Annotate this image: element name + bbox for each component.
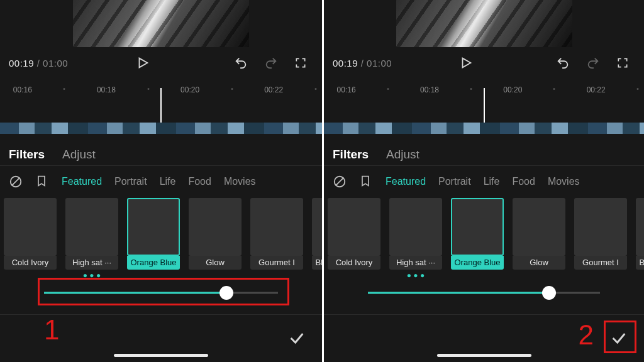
filter-thumb bbox=[574, 198, 627, 256]
filter-thumb bbox=[636, 198, 644, 256]
ruler-dot bbox=[147, 88, 149, 90]
play-button[interactable] bbox=[459, 56, 478, 70]
home-indicator bbox=[114, 354, 208, 357]
bookmark-icon[interactable] bbox=[35, 175, 49, 189]
filter-label: Gourmet I bbox=[574, 256, 627, 270]
video-preview[interactable] bbox=[396, 0, 572, 47]
edit-tabs: Filters Adjust bbox=[324, 141, 644, 166]
filter-next[interactable]: Bla bbox=[312, 198, 322, 276]
filter-cold-ivory[interactable]: Cold Ivory bbox=[328, 198, 380, 276]
tutorial-highlight-slider bbox=[38, 278, 289, 305]
duration: 01:00 bbox=[43, 58, 68, 69]
filter-thumb bbox=[328, 198, 380, 256]
svg-line-3 bbox=[336, 178, 344, 186]
filter-categories: Featured Portrait Life Food Movies bbox=[324, 171, 644, 192]
cat-movies[interactable]: Movies bbox=[224, 176, 256, 187]
filter-label: Orange Blue bbox=[127, 256, 180, 270]
intensity-slider[interactable] bbox=[368, 284, 600, 302]
filter-label: Bla bbox=[636, 256, 644, 270]
ruler-dot bbox=[553, 88, 555, 90]
filter-thumb bbox=[250, 198, 303, 256]
confirm-button[interactable] bbox=[288, 329, 307, 348]
timeline-playhead[interactable] bbox=[160, 88, 162, 126]
undo-button[interactable] bbox=[556, 56, 575, 70]
filter-tiles: Cold Ivory High sat ···● ● ● Orange Blue… bbox=[324, 198, 644, 276]
filter-glow[interactable]: Glow bbox=[513, 198, 565, 276]
ruler-dot bbox=[231, 88, 233, 90]
play-button[interactable] bbox=[136, 56, 155, 70]
filter-thumb bbox=[451, 198, 504, 256]
ruler-dot bbox=[314, 88, 316, 90]
filter-thumb bbox=[127, 198, 180, 256]
none-icon[interactable] bbox=[333, 175, 347, 189]
ruler-dot bbox=[64, 88, 65, 90]
none-icon[interactable] bbox=[9, 175, 23, 189]
tutorial-highlight-confirm bbox=[604, 321, 636, 353]
filter-label: Gourmet I bbox=[250, 256, 303, 270]
tab-filters[interactable]: Filters bbox=[333, 148, 369, 162]
cat-portrait[interactable]: Portrait bbox=[438, 176, 471, 187]
filter-thumb bbox=[312, 198, 322, 256]
edit-tabs: Filters Adjust bbox=[0, 141, 322, 166]
filter-glow[interactable]: Glow bbox=[189, 198, 242, 276]
filter-label: Cold Ivory bbox=[4, 256, 57, 270]
cat-featured[interactable]: Featured bbox=[386, 176, 426, 187]
filter-thumb bbox=[65, 198, 118, 256]
filter-thumb bbox=[4, 198, 57, 256]
slider-knob[interactable] bbox=[542, 286, 556, 300]
filter-next[interactable]: Bla bbox=[636, 198, 644, 276]
tab-adjust[interactable]: Adjust bbox=[62, 148, 96, 162]
filter-tiles: Cold Ivory High sat ···● ● ● Orange Blue… bbox=[0, 198, 322, 276]
undo-button[interactable] bbox=[234, 56, 253, 70]
current-time: 00:19 bbox=[333, 58, 358, 69]
filter-categories: Featured Portrait Life Food Movies bbox=[0, 171, 322, 192]
fullscreen-button[interactable] bbox=[294, 57, 313, 69]
filter-label: Glow bbox=[189, 256, 242, 270]
tutorial-step-number: 2 bbox=[579, 319, 594, 351]
fullscreen-button[interactable] bbox=[616, 57, 635, 69]
redo-button bbox=[264, 56, 283, 70]
cat-portrait[interactable]: Portrait bbox=[114, 176, 147, 187]
timeline-clip[interactable] bbox=[324, 123, 644, 134]
filter-high-sat[interactable]: High sat ···● ● ● bbox=[389, 198, 442, 276]
transport-bar: 00:19 / 01:00 bbox=[0, 53, 322, 72]
ruler-dot bbox=[387, 88, 389, 90]
filter-cold-ivory[interactable]: Cold Ivory bbox=[4, 198, 57, 276]
ruler-dot bbox=[470, 88, 472, 90]
cat-life[interactable]: Life bbox=[484, 176, 500, 187]
filter-orange-blue[interactable]: Orange Blue bbox=[127, 198, 180, 276]
time-sep: / bbox=[358, 58, 367, 69]
cat-food[interactable]: Food bbox=[512, 176, 535, 187]
filter-label: Orange Blue bbox=[451, 256, 504, 270]
filter-thumb bbox=[389, 198, 442, 256]
filter-gourmet[interactable]: Gourmet I bbox=[250, 198, 303, 276]
bookmark-icon[interactable] bbox=[359, 175, 373, 189]
tab-filters[interactable]: Filters bbox=[9, 148, 45, 162]
current-time: 00:19 bbox=[9, 58, 34, 69]
tab-adjust[interactable]: Adjust bbox=[386, 148, 419, 162]
download-dots-icon: ● ● ● bbox=[389, 271, 442, 276]
cat-movies[interactable]: Movies bbox=[548, 176, 580, 187]
ruler-tick: 00:16 bbox=[13, 85, 32, 94]
cat-life[interactable]: Life bbox=[160, 176, 176, 187]
timeline-playhead[interactable] bbox=[484, 88, 485, 126]
ruler-tick: 00:22 bbox=[264, 85, 283, 94]
slider-fill bbox=[368, 292, 549, 294]
redo-button bbox=[586, 56, 605, 70]
filter-orange-blue[interactable]: Orange Blue bbox=[451, 198, 504, 276]
ruler-dot bbox=[636, 88, 638, 90]
filter-label: High sat ··· bbox=[65, 256, 118, 270]
cat-featured[interactable]: Featured bbox=[62, 176, 102, 187]
timecode: 00:19 / 01:00 bbox=[333, 58, 392, 69]
filter-gourmet[interactable]: Gourmet I bbox=[574, 198, 627, 276]
video-preview[interactable] bbox=[73, 0, 249, 47]
cat-food[interactable]: Food bbox=[188, 176, 211, 187]
tutorial-step-number: 1 bbox=[44, 314, 59, 346]
filter-label: Glow bbox=[513, 256, 565, 270]
ruler-tick: 00:18 bbox=[420, 85, 439, 94]
filter-label: Bla bbox=[312, 256, 322, 270]
home-indicator bbox=[437, 354, 531, 357]
filter-high-sat[interactable]: High sat ···● ● ● bbox=[65, 198, 118, 276]
timeline-clip[interactable] bbox=[0, 123, 322, 134]
svg-line-1 bbox=[12, 178, 20, 186]
